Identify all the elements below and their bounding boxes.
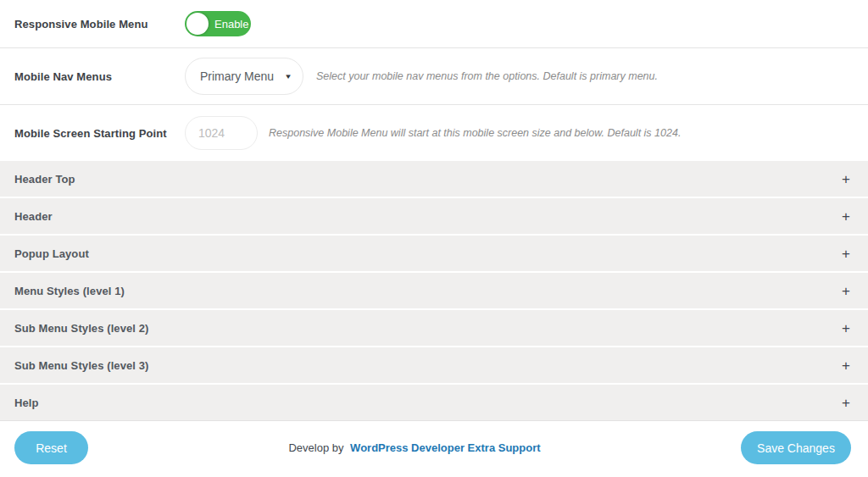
responsive-mobile-menu-label: Responsive Mobile Menu [14, 18, 185, 31]
plus-icon[interactable]: + [842, 321, 850, 336]
plus-icon[interactable]: + [842, 358, 850, 373]
accordion-label: Header [14, 210, 53, 223]
accordion-label: Header Top [14, 173, 75, 186]
developer-support-link[interactable]: WordPress Developer Extra Support [350, 441, 540, 454]
accordion-label: Help [14, 397, 39, 409]
save-changes-button[interactable]: Save Changes [741, 431, 851, 464]
accordion-header[interactable]: Header + [0, 198, 868, 234]
mobile-screen-starting-point-label: Mobile Screen Starting Point [14, 127, 185, 140]
accordion-sub-menu-styles-level-3[interactable]: Sub Menu Styles (level 3) + [0, 347, 868, 383]
toggle-label: Enable [214, 18, 248, 31]
setting-row-responsive-mobile-menu: Responsive Mobile Menu Enable [0, 0, 868, 48]
settings-accordion: Header Top + Header + Popup Layout + Men… [0, 161, 868, 421]
plus-icon[interactable]: + [842, 284, 850, 298]
accordion-label: Menu Styles (level 1) [14, 285, 125, 297]
plus-icon[interactable]: + [842, 209, 850, 224]
accordion-label: Popup Layout [14, 247, 89, 260]
accordion-popup-layout[interactable]: Popup Layout + [0, 236, 868, 271]
developer-credit: Develop by WordPress Developer Extra Sup… [288, 441, 540, 454]
accordion-sub-menu-styles-level-2[interactable]: Sub Menu Styles (level 2) + [0, 310, 868, 346]
accordion-label: Sub Menu Styles (level 3) [14, 359, 149, 372]
toggle-knob [186, 13, 209, 35]
chevron-down-icon: ▼ [284, 73, 292, 80]
mobile-screen-starting-point-help: Responsive Mobile Menu will start at thi… [269, 127, 681, 139]
select-selected-value: Primary Menu [200, 69, 274, 83]
plus-icon[interactable]: + [842, 172, 850, 186]
footer: Reset Develop by WordPress Developer Ext… [0, 421, 868, 474]
plus-icon[interactable]: + [842, 247, 850, 261]
mobile-nav-menus-select[interactable]: Primary Menu ▼ [185, 58, 303, 95]
reset-button[interactable]: Reset [14, 431, 88, 464]
enable-toggle[interactable]: Enable [185, 11, 251, 36]
accordion-menu-styles-level-1[interactable]: Menu Styles (level 1) + [0, 273, 868, 308]
accordion-help[interactable]: Help + [0, 385, 868, 420]
setting-row-mobile-screen-starting-point: Mobile Screen Starting Point Responsive … [0, 105, 868, 161]
setting-row-mobile-nav-menus: Mobile Nav Menus Primary Menu ▼ Select y… [0, 48, 868, 105]
mobile-screen-starting-point-input[interactable] [185, 116, 258, 150]
plus-icon[interactable]: + [842, 396, 850, 410]
mobile-nav-menus-help: Select your mobile nav menus from the op… [316, 70, 658, 82]
accordion-label: Sub Menu Styles (level 2) [14, 322, 149, 335]
accordion-header-top[interactable]: Header Top + [0, 161, 868, 197]
mobile-nav-menus-label: Mobile Nav Menus [14, 70, 185, 83]
credit-prefix: Develop by [288, 441, 343, 454]
